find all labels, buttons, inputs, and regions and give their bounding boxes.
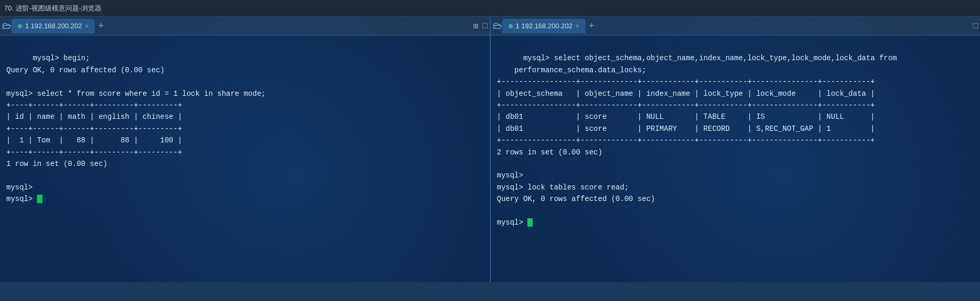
right-line-12: Query OK, 0 rows affected (0.00 sec)	[497, 195, 655, 203]
right-line-11: mysql> lock tables score read;	[497, 183, 629, 192]
right-line-13: mysql>	[497, 218, 533, 227]
right-line-9: 2 rows in set (0.00 sec)	[497, 148, 603, 157]
left-line-6: +----+------+------+---------+---------+	[6, 125, 182, 133]
left-maximize-icon: □	[482, 21, 488, 31]
right-tab-bar: 🗁 1 192.168.200.202 × + □	[491, 17, 981, 36]
left-cursor	[37, 195, 42, 203]
window-title: 70. 进阶-视图级模意问题-浏览器	[4, 4, 102, 13]
left-folder-icon: 🗁	[2, 20, 12, 31]
right-tab-label: 1 192.168.200.202	[516, 22, 572, 30]
left-tab-dot	[18, 24, 22, 28]
left-line-3: mysql> select * from score where id = 1 …	[6, 90, 266, 98]
left-tab-bar: 🗁 1 192.168.200.202 × + ⊞ □	[0, 17, 490, 36]
left-line-2: Query OK, 0 rows affected (0.00 sec)	[6, 66, 164, 74]
right-line-3: +-----------------+-------------+-------…	[497, 77, 875, 86]
right-tab-dot	[509, 24, 513, 28]
right-line-2: performance_schema.data_locks;	[497, 66, 647, 74]
left-line-5: | id | name | math | english | chinese |	[6, 113, 182, 121]
left-tab-close[interactable]: ×	[85, 23, 88, 30]
right-line-5: +-----------------+-------------+-------…	[497, 101, 875, 109]
right-cursor	[527, 218, 533, 227]
left-terminal-content[interactable]: mysql> begin; Query OK, 0 rows affected …	[0, 36, 490, 282]
right-tab-close[interactable]: ×	[576, 23, 579, 30]
left-line-4: +----+------+------+---------+---------+	[6, 101, 182, 109]
right-new-tab-button[interactable]: +	[585, 21, 598, 31]
right-maximize-icon: □	[973, 21, 978, 31]
right-line-7: | db01 | score | PRIMARY | RECORD | S,RE…	[497, 125, 875, 133]
main-container: 🗁 1 192.168.200.202 × + ⊞ □ mysql> begin…	[0, 17, 980, 282]
left-line-7: | 1 | Tom | 88 | 88 | 100 |	[6, 136, 182, 144]
left-line-11: mysql>	[6, 195, 42, 203]
left-line-10: mysql>	[6, 183, 32, 192]
left-pane: 🗁 1 192.168.200.202 × + ⊞ □ mysql> begin…	[0, 17, 491, 282]
left-tab-label: 1 192.168.200.202	[25, 22, 82, 30]
right-line-8: +-----------------+-------------+-------…	[497, 136, 875, 144]
title-bar: 70. 进阶-视图级模意问题-浏览器	[0, 0, 980, 17]
right-folder-icon: 🗁	[493, 20, 502, 31]
right-line-10: mysql>	[497, 171, 523, 180]
left-line-1: mysql> begin;	[32, 54, 89, 62]
right-pane-header-right: □	[973, 21, 978, 31]
right-line-1: mysql> select object_schema,object_name,…	[523, 54, 897, 62]
left-new-tab-button[interactable]: +	[95, 21, 107, 31]
right-terminal-content[interactable]: mysql> select object_schema,object_name,…	[491, 36, 981, 282]
right-line-4: | object_schema | object_name | index_na…	[497, 90, 875, 98]
right-pane: 🗁 1 192.168.200.202 × + □ mysql> select …	[491, 17, 981, 282]
left-line-8: +----+------+------+---------+---------+	[6, 148, 182, 157]
left-pane-header-right: ⊞ □	[473, 21, 487, 31]
right-line-6: | db01 | score | NULL | TABLE | IS | NUL…	[497, 113, 875, 121]
left-tab[interactable]: 1 192.168.200.202 ×	[12, 19, 95, 34]
left-grid-icon: ⊞	[473, 21, 478, 31]
left-line-9: 1 row in set (0.00 sec)	[6, 160, 107, 168]
right-tab[interactable]: 1 192.168.200.202 ×	[502, 19, 585, 34]
